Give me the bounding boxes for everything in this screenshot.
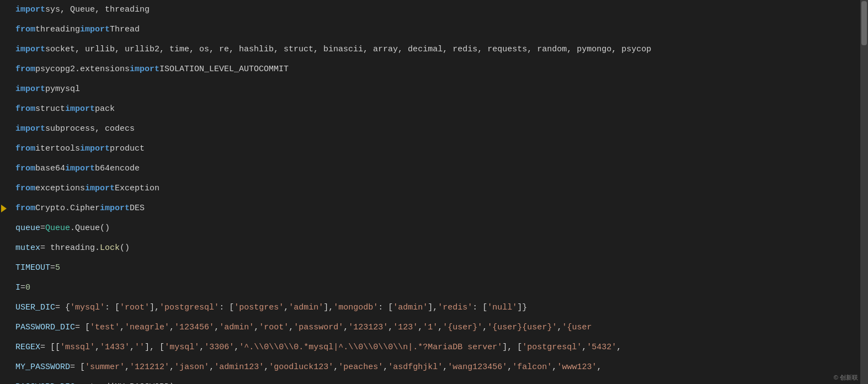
- code-token: '123': [393, 318, 418, 338]
- code-token: = threading.: [40, 238, 100, 258]
- code-token: import: [100, 199, 130, 218]
- code-token: : [: [472, 298, 487, 318]
- code-line: import socket, urllib, urllib2, time, os…: [15, 40, 864, 60]
- code-token: 'test': [90, 318, 120, 338]
- code-token: 'password': [294, 318, 343, 338]
- code-token: 'mongodb': [333, 298, 378, 318]
- code-token: from: [15, 179, 35, 199]
- code-token: from: [15, 159, 35, 179]
- code-token: TIMEOUT: [15, 258, 50, 278]
- code-token: 'mysql': [70, 298, 105, 318]
- code-token: =: [50, 258, 55, 278]
- code-token: ,: [120, 318, 125, 338]
- code-token: ], [: [145, 338, 164, 358]
- code-token: REGEX: [15, 338, 40, 358]
- code-token: 'admin': [393, 298, 428, 318]
- code-token: exceptions: [35, 179, 85, 199]
- code-token: ,: [418, 318, 423, 338]
- code-token: ,: [289, 318, 294, 338]
- code-token: ,: [209, 358, 214, 377]
- code-token: '123123': [348, 318, 388, 338]
- code-token: 'admin123': [214, 358, 264, 377]
- code-token: 'admin': [289, 298, 323, 318]
- code-token: '5432': [587, 338, 616, 358]
- code-token: from: [15, 199, 35, 218]
- code-token: 'redis': [438, 298, 472, 318]
- code-token: pymysql: [45, 79, 80, 99]
- code-line: PASSWORD_DIC = ['test', 'neagrle', '1234…: [15, 318, 864, 338]
- code-token: threading: [35, 20, 80, 40]
- code-token: 5: [55, 258, 60, 278]
- code-line: PASSWORD_DIC.extend(MY_PASSWORD): [15, 377, 864, 384]
- code-token: ,: [383, 358, 388, 377]
- code-line: from threading import Thread: [15, 20, 864, 40]
- code-line: I = 0: [15, 278, 864, 298]
- code-line: from psycopg2.extensions import ISOLATIO…: [15, 60, 864, 79]
- code-token: 0: [25, 278, 30, 298]
- code-token: ,: [130, 338, 135, 358]
- scrollbar-thumb[interactable]: [861, 1, 867, 45]
- code-token: ,: [169, 318, 174, 338]
- code-line: import sys, Queue, threading: [15, 0, 864, 20]
- code-token: 'neagrle': [125, 318, 169, 338]
- code-token: Crypto.Cipher: [35, 199, 100, 218]
- code-token: itertools: [35, 139, 80, 159]
- code-token: '3306': [204, 338, 234, 358]
- code-token: : [: [378, 298, 393, 318]
- code-token: =: [20, 278, 25, 298]
- code-token: b64encode: [95, 159, 140, 179]
- code-token: Exception: [115, 179, 159, 199]
- code-token: = [[: [40, 338, 60, 358]
- code-token: import: [15, 40, 45, 60]
- code-token: MY_PASSWORD: [15, 358, 70, 377]
- code-token: 'falcon': [512, 358, 552, 377]
- code-token: '1433': [100, 338, 130, 358]
- code-token: '': [135, 338, 145, 358]
- code-token: '123456': [174, 318, 214, 338]
- code-token: 'postgres': [234, 298, 284, 318]
- code-token: 'mssql': [60, 338, 95, 358]
- code-token: from: [15, 20, 35, 40]
- code-token: =: [40, 218, 45, 238]
- code-token: .Queue(): [70, 218, 110, 238]
- code-token: 'admin': [219, 318, 254, 338]
- code-token: product: [110, 139, 145, 159]
- watermark: © 创新联: [834, 374, 858, 382]
- code-token: import: [130, 60, 159, 79]
- code-token: import: [65, 159, 95, 179]
- code-token: ,: [582, 338, 587, 358]
- code-token: ,: [199, 338, 204, 358]
- code-token: mutex: [15, 238, 40, 258]
- code-token: ,: [264, 358, 269, 377]
- code-token: ,: [125, 358, 130, 377]
- code-token: ,: [284, 298, 289, 318]
- code-line: from base64 import b64encode: [15, 159, 864, 179]
- code-token: '1': [423, 318, 438, 338]
- code-token: = [: [75, 318, 90, 338]
- code-token: struct: [35, 99, 65, 119]
- code-line: MY_PASSWORD = ['summer', '121212', 'jaso…: [15, 358, 864, 377]
- code-token: PASSWORD_DIC: [15, 377, 75, 384]
- code-token: import: [15, 119, 45, 139]
- vertical-scrollbar[interactable]: [860, 0, 868, 384]
- code-line: from exceptions import Exception: [15, 179, 864, 199]
- code-token: PASSWORD_DIC: [15, 318, 75, 338]
- code-token: ],: [428, 298, 438, 318]
- code-token: import: [85, 179, 115, 199]
- code-token: ],: [150, 298, 159, 318]
- code-token: ,: [169, 358, 174, 377]
- code-token: Queue: [45, 218, 70, 238]
- code-token: : [: [105, 298, 120, 318]
- code-token: ,: [438, 318, 443, 338]
- code-token: '{user}': [443, 318, 482, 338]
- code-token: socket, urllib, urllib2, time, os, re, h…: [45, 40, 651, 60]
- code-token: 'jason': [174, 358, 209, 377]
- code-line: USER_DIC = {'mysql': ['root'], 'postgres…: [15, 298, 864, 318]
- code-token: 'www123': [557, 358, 597, 377]
- code-token: ,: [616, 338, 621, 358]
- code-token: import: [80, 139, 110, 159]
- code-token: from: [15, 99, 35, 119]
- code-token: psycopg2.extensions: [35, 60, 130, 79]
- code-token: subprocess, codecs: [45, 119, 135, 139]
- code-token: import: [15, 79, 45, 99]
